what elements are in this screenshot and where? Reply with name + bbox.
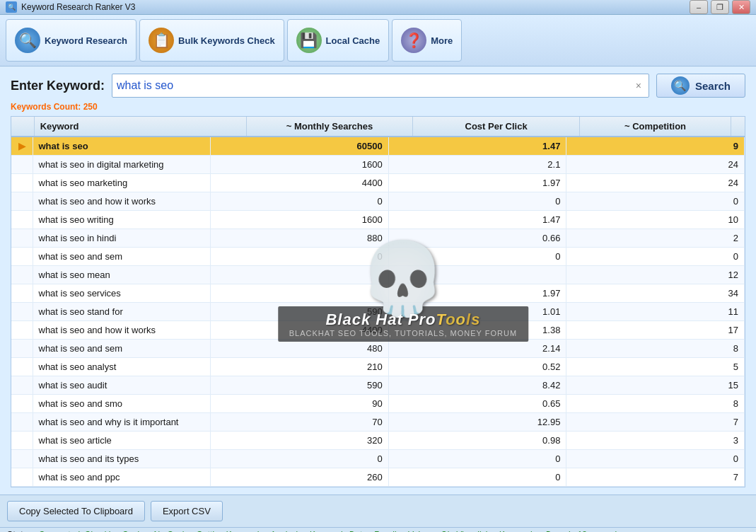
bulk-keywords-button[interactable]: 📋 Bulk Keywords Check [139,19,284,62]
row-competition: 7 [566,468,745,487]
row-keyword: what is seo and ppc [33,468,211,487]
keyword-input[interactable] [117,79,633,92]
row-marker [11,284,33,303]
row-cpc: 0 [388,192,566,211]
row-monthly: 60500 [211,137,389,156]
kw-count-value: 250 [83,102,98,112]
table-row[interactable]: what is seo in digital marketing16002.12… [11,156,745,174]
table-row[interactable]: what is seo and sem4802.148 [11,340,745,358]
search-button[interactable]: 🔍 Search [656,74,745,98]
row-keyword: what is seo and smo [33,395,211,413]
row-marker [11,413,33,432]
row-marker [11,303,33,321]
row-marker [11,174,33,192]
table-row[interactable]: what is seo article3200.983 [11,432,745,450]
row-marker [11,432,33,450]
row-cpc: 1.38 [388,321,566,340]
row-competition: 17 [566,321,745,340]
row-keyword: what is seo marketing [33,174,211,192]
row-monthly: 590 [211,303,389,321]
keyword-research-button[interactable]: 🔍 Keyword Research [6,19,136,62]
table-row[interactable]: what is seo and how it works44001.3817 [11,321,745,340]
row-keyword: what is seo and sem [33,340,211,358]
row-competition: 24 [566,156,745,174]
table-row[interactable]: ▶what is seo605001.479 [11,137,745,156]
table-row[interactable]: what is seo services1.9734 [11,284,745,303]
table-row[interactable]: what is seo and why is it important7012.… [11,413,745,432]
table-row[interactable]: what is seo marketing44001.9724 [11,174,745,192]
results-table-header: Keyword ~ Monthly Searches Cost Per Clic… [11,117,745,137]
row-competition: 12 [566,266,745,284]
col-keyword: Keyword [34,117,246,137]
row-keyword: what is seo analyst [33,358,211,376]
row-monthly [211,284,389,303]
table-row[interactable]: what is seo and how it works000 [11,192,745,211]
restore-button[interactable]: ❐ [711,0,729,14]
kw-count-label: Keywords Count: [11,102,81,112]
col-competition: ~ Competition [579,117,731,137]
table-row[interactable]: what is seo and its types000 [11,450,745,468]
row-competition: 2 [566,229,745,248]
row-competition: 24 [566,174,745,192]
table-row[interactable]: what is seo and smo900.658 [11,395,745,413]
local-cache-label: Local Cache [326,35,380,46]
row-marker [11,156,33,174]
app-title: Keyword Research Ranker V3 [21,2,135,12]
row-keyword: what is seo and its types [33,450,211,468]
table-row[interactable]: what is seo in hindi8800.662 [11,229,745,248]
search-label: Search [695,80,731,92]
close-button[interactable]: ✕ [732,0,750,14]
row-competition: 0 [566,450,745,468]
row-cpc: 1.97 [388,174,566,192]
row-monthly: 0 [211,248,389,266]
table-row[interactable]: what is seo and sem000 [11,248,745,266]
status-bar: Status: Connected, Checking Cache...No C… [0,527,756,532]
row-marker [11,358,33,376]
row-marker [11,192,33,211]
toolbar: 🔍 Keyword Research 📋 Bulk Keywords Check… [0,15,756,66]
row-monthly: 4400 [211,174,389,192]
row-competition: 15 [566,376,745,395]
minimize-button[interactable]: – [690,0,708,14]
row-keyword: what is seo audit [33,376,211,395]
copy-clipboard-button[interactable]: Copy Selected To Clipboard [7,501,145,521]
export-csv-button[interactable]: Export CSV [151,501,223,521]
clear-button[interactable]: × [633,79,644,93]
row-marker [11,321,33,340]
more-button[interactable]: ❓ More [392,19,462,62]
keyword-row: Enter Keyword: × 🔍 Search [11,74,745,98]
row-cpc: 1.47 [388,137,566,156]
keyword-research-icon: 🔍 [15,28,40,53]
row-monthly: 480 [211,340,389,358]
row-monthly: 0 [211,450,389,468]
table-row[interactable]: what is seo writing16001.4710 [11,211,745,229]
row-competition: 10 [566,211,745,229]
row-marker [11,395,33,413]
col-marker [11,117,34,137]
more-icon: ❓ [401,28,426,53]
row-cpc: 0.98 [388,432,566,450]
row-keyword: what is seo and how it works [33,321,211,340]
row-competition: 11 [566,303,745,321]
local-cache-button[interactable]: 💾 Local Cache [287,19,390,62]
row-monthly: 90 [211,395,389,413]
row-cpc: 12.95 [388,413,566,432]
table-row[interactable]: what is seo mean12 [11,266,745,284]
local-cache-icon: 💾 [296,28,322,53]
row-keyword: what is seo in digital marketing [33,156,211,174]
table-row[interactable]: what is seo stand for5901.0111 [11,303,745,321]
row-monthly: 70 [211,413,389,432]
table-row[interactable]: what is seo analyst2100.525 [11,358,745,376]
row-keyword: what is seo and how it works [33,192,211,211]
table-row[interactable]: what is seo audit5908.4215 [11,376,745,395]
row-marker [11,376,33,395]
main-content: Enter Keyword: × 🔍 Search Keywords Count… [0,66,756,495]
table-body[interactable]: ▶what is seo605001.479what is seo in dig… [11,137,745,487]
col-cpc: Cost Per Click [413,117,580,137]
row-marker [11,229,33,248]
table-row[interactable]: what is seo and ppc26007 [11,468,745,487]
row-competition: 0 [566,192,745,211]
row-keyword: what is seo and why is it important [33,413,211,432]
row-marker [11,248,33,266]
row-monthly: 590 [211,376,389,395]
